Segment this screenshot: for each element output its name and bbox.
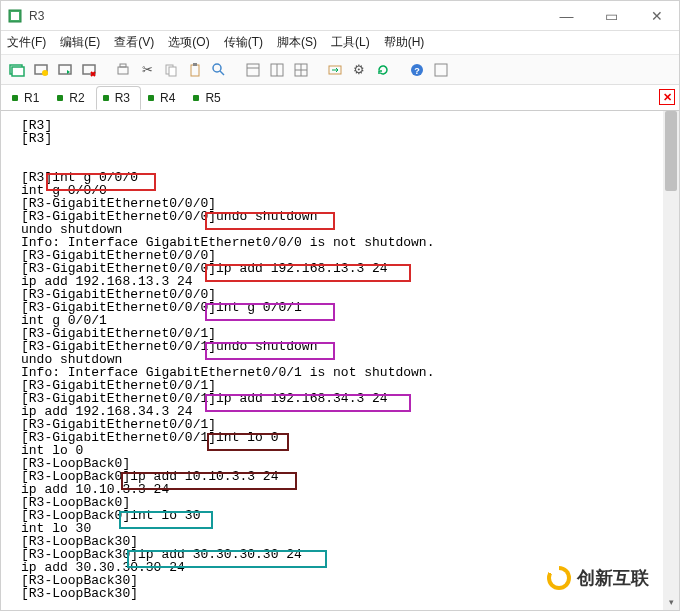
menu-edit[interactable]: 编辑(E) [60, 34, 100, 51]
menubar: 文件(F) 编辑(E) 查看(V) 选项(O) 传输(T) 脚本(S) 工具(L… [1, 31, 679, 55]
terminal-line: [R3-GigabitEthernet0/0/1]int lo 0 [21, 431, 667, 444]
tool-settings-icon[interactable]: ⚙ [349, 60, 369, 80]
svg-point-16 [213, 64, 221, 72]
svg-rect-6 [59, 65, 71, 74]
tab-r1[interactable]: R1 [5, 86, 50, 110]
tool-print-icon[interactable] [113, 60, 133, 80]
tab-r4[interactable]: R4 [141, 86, 186, 110]
menu-view[interactable]: 查看(V) [114, 34, 154, 51]
toolbar: ✂ ⚙ ? [1, 55, 679, 85]
terminal-line: [R3] [21, 119, 667, 132]
svg-rect-14 [191, 65, 199, 76]
tab-r5[interactable]: R5 [186, 86, 231, 110]
svg-line-17 [220, 71, 224, 75]
svg-text:?: ? [414, 66, 420, 76]
terminal-line: [R3-LoopBack30] [21, 587, 667, 600]
tool-refresh-icon[interactable] [373, 60, 393, 80]
tool-copy-icon[interactable] [161, 60, 181, 80]
tool-view2-icon[interactable] [267, 60, 287, 80]
maximize-button[interactable]: ▭ [589, 1, 634, 30]
svg-rect-28 [435, 64, 447, 76]
tool-help-icon[interactable]: ? [407, 60, 427, 80]
tab-label: R5 [205, 91, 220, 105]
svg-rect-18 [247, 64, 259, 76]
tab-label: R3 [115, 91, 130, 105]
tool-paste-icon[interactable] [185, 60, 205, 80]
tool-disconnect-icon[interactable] [79, 60, 99, 80]
svg-rect-15 [193, 63, 197, 66]
tool-find-icon[interactable] [209, 60, 229, 80]
svg-rect-13 [169, 67, 176, 76]
terminal-line [21, 145, 667, 158]
tool-connect-icon[interactable] [31, 60, 51, 80]
tool-transfer-icon[interactable] [325, 60, 345, 80]
tool-cut-icon[interactable]: ✂ [137, 60, 157, 80]
tab-label: R2 [69, 91, 84, 105]
menu-script[interactable]: 脚本(S) [277, 34, 317, 51]
menu-options[interactable]: 选项(O) [168, 34, 209, 51]
titlebar: R3 — ▭ ✕ [1, 1, 679, 31]
tool-view1-icon[interactable] [243, 60, 263, 80]
tabbar: R1 R2 R3 R4 R5 ✕ [1, 85, 679, 111]
tab-label: R1 [24, 91, 39, 105]
tool-reconnect-icon[interactable] [55, 60, 75, 80]
menu-help[interactable]: 帮助(H) [384, 34, 425, 51]
scrollbar[interactable]: ▴ ▾ [663, 111, 679, 610]
menu-transfer[interactable]: 传输(T) [224, 34, 263, 51]
scrollbar-thumb[interactable] [665, 111, 677, 191]
svg-point-5 [42, 70, 48, 76]
tool-session-icon[interactable] [7, 60, 27, 80]
app-icon [7, 8, 23, 24]
tab-r2[interactable]: R2 [50, 86, 95, 110]
svg-rect-1 [11, 12, 19, 20]
menu-file[interactable]: 文件(F) [7, 34, 46, 51]
terminal-line: [R3-GigabitEthernet0/0/0]int g 0/0/1 [21, 301, 667, 314]
minimize-button[interactable]: — [544, 1, 589, 30]
window-title: R3 [29, 9, 44, 23]
terminal-line: [R3] [21, 132, 667, 145]
tab-r3[interactable]: R3 [96, 86, 141, 110]
tool-about-icon[interactable] [431, 60, 451, 80]
svg-rect-10 [118, 67, 128, 74]
window-controls: — ▭ ✕ [544, 1, 679, 30]
close-button[interactable]: ✕ [634, 1, 679, 30]
scroll-down-icon[interactable]: ▾ [663, 594, 679, 610]
tool-view3-icon[interactable] [291, 60, 311, 80]
menu-tools[interactable]: 工具(L) [331, 34, 370, 51]
svg-rect-3 [12, 67, 24, 76]
tab-close-button[interactable]: ✕ [659, 89, 675, 105]
terminal-line: [R3-LoopBack0]int lo 30 [21, 509, 667, 522]
svg-rect-11 [120, 64, 126, 67]
terminal-output[interactable]: [R3][R3][R3]int g 0/0/0int g 0/0/0[R3-Gi… [1, 111, 679, 610]
terminal-line: [R3]int g 0/0/0 [21, 171, 667, 184]
tab-label: R4 [160, 91, 175, 105]
